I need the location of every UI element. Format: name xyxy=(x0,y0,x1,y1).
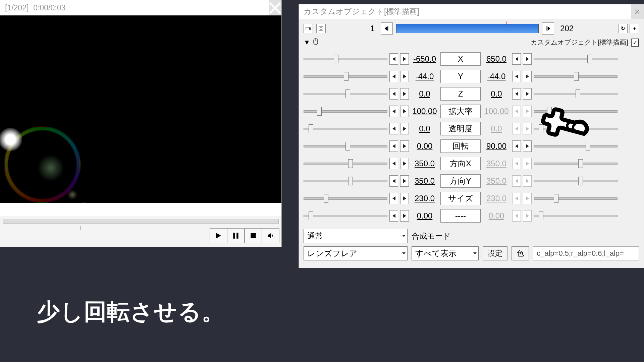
param-label-button[interactable]: Z xyxy=(440,87,481,101)
increment-button[interactable] xyxy=(400,53,409,65)
settings-button[interactable]: 設定 xyxy=(483,246,507,260)
decrement-button[interactable] xyxy=(389,53,398,65)
value-left[interactable]: 100.00 xyxy=(411,107,438,116)
slider-left[interactable] xyxy=(304,144,387,148)
slider-right[interactable] xyxy=(534,57,618,61)
decrement-button[interactable] xyxy=(512,88,521,100)
slider-left[interactable] xyxy=(304,92,387,96)
value-right[interactable]: 350.0 xyxy=(483,159,510,168)
next-keyframe-button[interactable] xyxy=(542,22,554,35)
slider-left[interactable] xyxy=(304,57,387,61)
value-right[interactable]: 230.0 xyxy=(483,194,510,203)
slider-right[interactable] xyxy=(534,161,618,166)
value-left[interactable]: 230.0 xyxy=(411,194,438,203)
value-right[interactable]: 0.0 xyxy=(483,89,510,99)
value-left[interactable]: -650.0 xyxy=(411,54,438,64)
value-right[interactable]: 100.00 xyxy=(483,107,510,116)
grid-icon[interactable] xyxy=(316,24,326,33)
value-right[interactable]: 0.0 xyxy=(483,124,510,133)
value-right[interactable]: 90.00 xyxy=(483,141,510,151)
slider-right[interactable] xyxy=(534,179,618,183)
decrement-button[interactable] xyxy=(389,140,398,152)
value-left[interactable]: 0.00 xyxy=(411,141,438,151)
stop-button[interactable] xyxy=(245,228,262,243)
timeline-marker[interactable] xyxy=(506,21,506,25)
blend-mode-label: 合成モード xyxy=(412,231,451,241)
param-label-button[interactable]: X xyxy=(440,52,481,66)
close-button[interactable] xyxy=(631,4,644,19)
camera-icon[interactable] xyxy=(304,24,313,33)
increment-button[interactable] xyxy=(400,106,409,117)
decrement-button[interactable] xyxy=(389,210,398,222)
increment-button[interactable] xyxy=(400,193,409,204)
mouse-icon[interactable] xyxy=(313,38,318,47)
param-label-button[interactable]: 透明度 xyxy=(440,122,481,135)
refresh-icon[interactable]: ↻ xyxy=(618,24,628,33)
slider-left[interactable] xyxy=(304,196,387,201)
param-label-button[interactable]: サイズ xyxy=(440,192,481,205)
decrement-button[interactable] xyxy=(512,53,521,65)
pause-button[interactable] xyxy=(227,228,245,243)
param-label-button[interactable]: 拡大率 xyxy=(440,105,481,118)
volume-button[interactable] xyxy=(262,228,279,243)
prev-keyframe-button[interactable] xyxy=(381,22,393,35)
increment-button[interactable] xyxy=(523,71,532,82)
decrement-button[interactable] xyxy=(389,158,398,169)
decrement-button[interactable] xyxy=(389,106,398,117)
seek-bar[interactable] xyxy=(3,219,279,224)
slider-right[interactable] xyxy=(534,196,618,201)
increment-button[interactable] xyxy=(523,53,532,65)
slider-left[interactable] xyxy=(304,214,387,218)
increment-button[interactable] xyxy=(400,158,409,169)
effect-type-dropdown[interactable]: レンズフレア xyxy=(304,246,408,260)
timeline-track[interactable] xyxy=(396,24,539,33)
value-left[interactable]: -44.0 xyxy=(411,72,438,81)
param-label-button[interactable]: Y xyxy=(440,70,481,83)
decrement-button[interactable] xyxy=(389,123,398,134)
add-icon[interactable]: ＋ xyxy=(630,24,639,33)
slider-left[interactable] xyxy=(304,179,387,183)
svg-point-8 xyxy=(320,27,322,29)
increment-button[interactable] xyxy=(400,175,409,187)
value-right[interactable]: 350.0 xyxy=(483,176,510,186)
params-string-field[interactable]: c_alp=0.5;r_alp=0.6;l_alp= xyxy=(533,246,639,260)
decrement-button[interactable] xyxy=(512,140,521,152)
value-left[interactable]: 350.0 xyxy=(411,176,438,186)
blend-mode-dropdown[interactable]: 通常 xyxy=(304,229,408,243)
increment-button[interactable] xyxy=(400,88,409,100)
slider-left[interactable] xyxy=(304,126,387,131)
color-button[interactable]: 色 xyxy=(512,246,529,260)
param-label-button[interactable]: 方向X xyxy=(440,157,481,170)
svg-marker-4 xyxy=(268,233,271,238)
value-left[interactable]: 0.0 xyxy=(411,89,438,99)
increment-button[interactable] xyxy=(400,123,409,134)
slider-right[interactable] xyxy=(534,74,618,79)
slider-right[interactable] xyxy=(534,214,618,218)
value-left[interactable]: 0.0 xyxy=(411,124,438,133)
increment-button[interactable] xyxy=(400,71,409,82)
value-left[interactable]: 0.00 xyxy=(411,211,438,221)
preview-transport xyxy=(0,216,281,247)
decrement-button[interactable] xyxy=(389,71,398,82)
decrement-button[interactable] xyxy=(512,71,521,82)
expand-toggle[interactable]: ▼ xyxy=(304,39,310,46)
param-label-button[interactable]: ---- xyxy=(440,209,481,223)
param-label-button[interactable]: 回転 xyxy=(440,139,481,153)
play-button[interactable] xyxy=(210,228,227,243)
display-mode-dropdown[interactable]: すべて表示 xyxy=(412,246,479,260)
param-label-button[interactable]: 方向Y xyxy=(440,174,481,188)
slider-left[interactable] xyxy=(304,109,387,114)
increment-button[interactable] xyxy=(400,140,409,152)
value-right[interactable]: 0.00 xyxy=(483,211,510,221)
value-right[interactable]: 650.0 xyxy=(483,54,510,64)
slider-left[interactable] xyxy=(304,74,387,79)
increment-button[interactable] xyxy=(400,210,409,222)
close-button[interactable] xyxy=(269,0,281,15)
value-left[interactable]: 350.0 xyxy=(411,159,438,168)
decrement-button[interactable] xyxy=(389,175,398,187)
value-right[interactable]: -44.0 xyxy=(483,72,510,81)
decrement-button[interactable] xyxy=(389,88,398,100)
decrement-button[interactable] xyxy=(389,193,398,204)
enable-checkbox[interactable]: ✓ xyxy=(631,39,639,47)
slider-left[interactable] xyxy=(304,161,387,166)
